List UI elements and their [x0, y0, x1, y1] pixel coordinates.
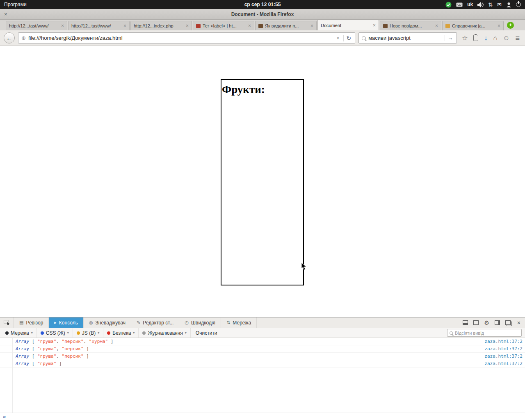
downloads-icon[interactable]: ↓	[484, 35, 487, 41]
console-message: Array [ "груша", "персик" ]	[16, 345, 484, 352]
tab-favicon	[445, 24, 450, 28]
devtools-toolbar-controls: ⚙ ×	[458, 317, 525, 328]
tab-close-icon[interactable]: ×	[435, 23, 438, 29]
browser-tab[interactable]: Нове повідом...×	[380, 21, 441, 30]
console-message: Array [ "груша", "персик", "хурма" ]	[16, 338, 484, 345]
console-icon: ▸	[54, 320, 57, 325]
new-tab-button[interactable]: +	[507, 22, 514, 29]
devtools-tab-label: Мережа	[233, 320, 251, 326]
url-dropdown-icon[interactable]: ▾	[335, 36, 341, 40]
hamburger-menu-icon[interactable]: ≡	[515, 34, 520, 42]
performance-icon: ◷	[185, 320, 189, 325]
browser-tab[interactable]: Справочник ja...×	[442, 21, 504, 30]
url-bar[interactable]: ⊕ ▾ ↻	[18, 32, 355, 43]
console-prompt-icon: »	[3, 414, 6, 419]
url-input[interactable]	[28, 35, 333, 41]
tab-label: Тег <label> | ht...	[203, 23, 247, 28]
tab-label: http://12...tast/www/	[71, 23, 122, 28]
filter-js[interactable]: JS (В)▾	[73, 328, 103, 338]
screen: Програми ср сер 12 01:55 uk ⇅ ✉ × Docume…	[0, 0, 525, 420]
console-filter-input[interactable]	[455, 331, 519, 336]
window-titlebar: × Document - Mozilla Firefox	[0, 9, 525, 20]
power-icon[interactable]	[516, 2, 521, 7]
filter-dot	[77, 331, 80, 335]
window-title: Document - Mozilla Firefox	[0, 11, 525, 17]
tab-label: Нове повідом...	[390, 23, 434, 28]
devtools-tab-network[interactable]: ⇅Мережа	[221, 317, 257, 328]
tab-close-icon[interactable]: ×	[310, 23, 313, 29]
console-output[interactable]: Array [ "груша", "персик", "хурма" ]zaza…	[0, 338, 525, 413]
devtools-panel: ▤Ревізор ▸Консоль ◎Зневаджувач ✎Редактор…	[0, 317, 525, 420]
browser-tab[interactable]: Як видалити п...×	[255, 21, 317, 30]
chat-icon[interactable]: ☺	[503, 35, 509, 41]
console-source-link[interactable]: zaza.html:37:2	[484, 353, 523, 360]
gear-icon[interactable]: ⚙	[484, 320, 489, 326]
toolbar-buttons: ☆ ↓ ⌂ ☺ ≡	[460, 34, 521, 42]
filter-label: CSS (Ж)	[46, 330, 65, 336]
browser-tab[interactable]: Тег <label> | ht...×	[193, 21, 254, 30]
console-row: Array [ "груша", "персик" ]zaza.html:37:…	[0, 353, 525, 360]
filter-security[interactable]: Безпека▾	[103, 328, 139, 338]
console-gutter	[0, 338, 13, 413]
chevron-down-icon: ▾	[98, 331, 99, 335]
console-source-link[interactable]: zaza.html:37:2	[484, 345, 523, 352]
separate-window-icon[interactable]	[505, 320, 511, 325]
tab-close-icon[interactable]: ×	[186, 23, 189, 29]
window-close-button[interactable]: ×	[4, 11, 7, 17]
filter-net[interactable]: Мережа▾	[2, 328, 37, 338]
chevron-down-icon: ▾	[67, 331, 69, 335]
devtools-tab-console[interactable]: ▸Консоль	[49, 317, 84, 328]
fruit-list-box: Фрукти:	[221, 79, 304, 285]
search-bar[interactable]: →	[358, 32, 457, 43]
filter-dot	[142, 331, 146, 335]
bookmark-star-icon[interactable]: ☆	[462, 35, 468, 41]
console-message: Array [ "груша" ]	[16, 360, 484, 367]
dock-bottom-icon[interactable]	[463, 320, 468, 325]
clear-console-button[interactable]: Очистити	[191, 328, 222, 338]
back-button[interactable]: ←	[4, 32, 15, 43]
site-identity-icon[interactable]: ⊕	[21, 35, 26, 41]
browser-tab[interactable]: Document×	[317, 20, 379, 30]
chevron-down-icon: ▾	[133, 331, 135, 335]
mouse-cursor	[301, 262, 307, 270]
console-source-link[interactable]: zaza.html:37:2	[484, 360, 523, 367]
tab-favicon	[258, 24, 263, 28]
tab-label: http://12...tast/www/	[9, 23, 59, 28]
browser-tab[interactable]: http://12...tast/www/×	[68, 21, 130, 30]
tab-close-icon[interactable]: ×	[248, 23, 251, 29]
pick-element-button[interactable]	[0, 317, 14, 328]
console-input-line[interactable]: »	[0, 413, 525, 420]
devtools-tab-inspector[interactable]: ▤Ревізор	[14, 317, 49, 328]
search-go-icon[interactable]: →	[445, 35, 455, 41]
style-editor-icon: ✎	[137, 320, 140, 325]
reload-icon[interactable]: ↻	[343, 35, 354, 41]
tab-close-icon[interactable]: ×	[498, 23, 500, 29]
console-row: Array [ "груша", "персик", "хурма" ]zaza…	[0, 338, 525, 345]
navigation-toolbar: ← ⊕ ▾ ↻ → ☆ ↓ ⌂ ☺ ≡	[0, 30, 525, 46]
console-filter-search[interactable]	[447, 329, 522, 337]
search-input[interactable]	[368, 35, 442, 41]
dock-side-icon[interactable]	[495, 320, 500, 325]
tab-label: Справочник ja...	[452, 23, 496, 28]
clipboard-icon[interactable]	[473, 35, 478, 41]
browser-tab[interactable]: http://12...index.php×	[130, 21, 192, 30]
filter-dot	[5, 331, 9, 335]
console-source-link[interactable]: zaza.html:37:2	[484, 338, 523, 345]
devtools-tab-debugger[interactable]: ◎Зневаджувач	[84, 317, 131, 328]
devtools-tab-style-editor[interactable]: ✎Редактор ст...	[131, 317, 179, 328]
browser-tab[interactable]: http://12...tast/www/×	[6, 21, 67, 30]
clock[interactable]: ср сер 12 01:55	[0, 2, 525, 7]
tab-label: Document	[321, 23, 371, 28]
filter-css[interactable]: CSS (Ж)▾	[37, 328, 73, 338]
devtools-tab-performance[interactable]: ◷Швидкодія	[179, 317, 221, 328]
console-filter-bar: Мережа▾ CSS (Ж)▾ JS (В)▾ Безпека▾ Журнал…	[0, 328, 525, 338]
tab-close-icon[interactable]: ×	[61, 23, 64, 29]
devtools-close-icon[interactable]: ×	[517, 320, 520, 326]
split-console-icon[interactable]	[473, 320, 479, 325]
filter-logging[interactable]: Журналювання▾	[139, 328, 190, 338]
home-icon[interactable]: ⌂	[493, 35, 497, 41]
tab-close-icon[interactable]: ×	[373, 23, 376, 28]
chevron-down-icon: ▾	[185, 331, 187, 335]
tab-close-icon[interactable]: ×	[123, 23, 126, 29]
page-viewport: Фрукти:	[0, 46, 525, 317]
